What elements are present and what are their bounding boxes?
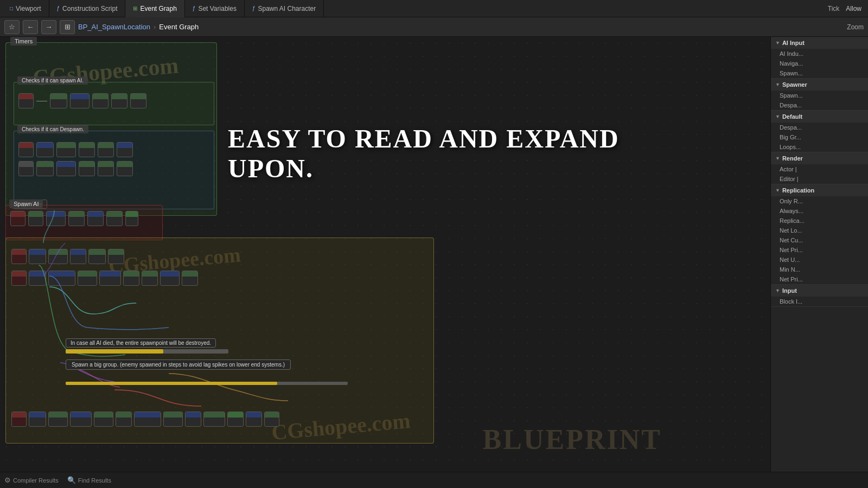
panel-item-big-gr[interactable]: Big Gr... xyxy=(771,132,868,142)
forward-button[interactable]: → xyxy=(41,20,56,34)
replication-arrow: ▼ xyxy=(775,188,780,193)
breadcrumb-separator: › xyxy=(154,23,156,31)
blueprint-watermark: Blueprint xyxy=(483,423,662,455)
zoom-label: Zoom xyxy=(847,23,864,31)
forward-icon: → xyxy=(46,23,53,31)
tab-bar: □ Viewport ƒ Construction Script ⊞ Event… xyxy=(0,0,868,17)
case-comment: In case all AI died, the entire spawnpoi… xyxy=(66,338,216,348)
tick-label: Tick xyxy=(828,5,840,12)
comment-box-spawn-ai: Spawn AI xyxy=(5,205,163,240)
panel-section-input-header[interactable]: ▼ Input xyxy=(771,285,868,297)
panel-section-replication-header[interactable]: ▼ Replication xyxy=(771,184,868,196)
panel-item-net-cu[interactable]: Net Cu... xyxy=(771,235,868,245)
panel-item-naviga[interactable]: Naviga... xyxy=(771,59,868,68)
panel-section-ai-input-header[interactable]: ▼ AI Input xyxy=(771,37,868,49)
panel-item-loops[interactable]: Loops... xyxy=(771,142,868,152)
star-button[interactable]: ☆ xyxy=(4,20,20,34)
panel-item-actor[interactable]: Actor | xyxy=(771,164,868,174)
back-icon: ← xyxy=(27,23,34,31)
panel-section-default: ▼ Default Despa... Big Gr... Loops... xyxy=(771,111,868,152)
toolbar: ☆ ← → ⊞ BP_AI_SpawnLocation › Event Grap… xyxy=(0,17,868,37)
panel-item-spawn[interactable]: Spawn... xyxy=(771,91,868,100)
tab-construction[interactable]: ƒ Construction Script xyxy=(49,0,126,17)
comment-box-large: In case all AI died, the entire spawnpoi… xyxy=(5,237,434,444)
panel-item-spawn-ai-input[interactable]: Spawn... xyxy=(771,68,868,78)
tab-event-graph[interactable]: ⊞ Event Graph xyxy=(125,0,184,17)
tab-viewport[interactable]: □ Viewport xyxy=(2,0,49,17)
panel-section-ai-input: ▼ AI Input AI Indu... Naviga... Spawn... xyxy=(771,37,868,79)
grid-icon: ⊞ xyxy=(65,23,71,31)
panel-section-spawn: ▼ Spawner Spawn... Despa... xyxy=(771,79,868,111)
panel-item-net-u[interactable]: Net U... xyxy=(771,255,868,265)
status-bar: ⚙ Compiler Results 🔍 Find Results xyxy=(0,472,868,488)
breadcrumb-current: Event Graph xyxy=(159,23,199,31)
panel-section-default-header[interactable]: ▼ Default xyxy=(771,111,868,123)
comment-box-timers: Timers Checks if it can spawn AI. Checks… xyxy=(5,42,217,216)
find-icon: 🔍 xyxy=(67,476,76,484)
spawn-ai-icon: ƒ xyxy=(252,5,256,11)
tab-spawn-ai[interactable]: ƒ Spawn AI Character xyxy=(245,0,324,17)
main-overlay-text: Easy to Read and Expand Upon. xyxy=(228,124,662,183)
back-button[interactable]: ← xyxy=(23,20,38,34)
allow-label[interactable]: Allow xyxy=(846,5,861,12)
comment-checks-despawn: Checks if it can Despawn. xyxy=(14,131,214,209)
input-arrow: ▼ xyxy=(775,288,780,293)
checks-spawn-label: Checks if it can spawn AI. xyxy=(17,76,88,85)
ai-input-arrow: ▼ xyxy=(775,40,780,46)
comment-checks-spawn: Checks if it can spawn AI. xyxy=(14,82,214,125)
spawn-arrow: ▼ xyxy=(775,82,780,87)
tab-set-variables[interactable]: ƒ Set Variables xyxy=(185,0,245,17)
panel-section-render: ▼ Render Actor | Editor | xyxy=(771,152,868,184)
panel-section-replication: ▼ Replication Only R... Always... Replic… xyxy=(771,184,868,285)
breadcrumb: BP_AI_SpawnLocation › Event Graph xyxy=(78,23,199,31)
viewport-icon: □ xyxy=(10,5,13,11)
construction-icon: ƒ xyxy=(57,5,60,11)
set-variables-icon: ƒ xyxy=(193,5,196,11)
panel-item-net-pri[interactable]: Net Pri... xyxy=(771,245,868,255)
main-area: CGshopee.com CGshopee.com CGshopee.com B… xyxy=(0,37,868,472)
panel-section-spawn-header[interactable]: ▼ Spawner xyxy=(771,79,868,91)
render-arrow: ▼ xyxy=(775,156,780,161)
default-arrow: ▼ xyxy=(775,114,780,119)
panel-item-ai-indu[interactable]: AI Indu... xyxy=(771,49,868,59)
right-panel: ▼ AI Input AI Indu... Naviga... Spawn...… xyxy=(770,37,868,472)
spawn-big-comment: Spawn a big group. (enemy spawned in ste… xyxy=(66,359,291,370)
star-icon: ☆ xyxy=(9,23,15,31)
grid-button[interactable]: ⊞ xyxy=(60,20,75,34)
panel-item-replica[interactable]: Replica... xyxy=(771,216,868,226)
panel-item-net-lo[interactable]: Net Lo... xyxy=(771,226,868,235)
event-graph-icon: ⊞ xyxy=(133,5,137,11)
find-results-btn[interactable]: 🔍 Find Results xyxy=(67,476,111,484)
compiler-results-btn[interactable]: ⚙ Compiler Results xyxy=(4,476,59,484)
panel-section-render-header[interactable]: ▼ Render xyxy=(771,152,868,164)
panel-item-net-pri2[interactable]: Net Pri... xyxy=(771,274,868,284)
timers-label: Timers xyxy=(10,37,37,46)
panel-item-despa[interactable]: Despa... xyxy=(771,100,868,110)
compiler-icon: ⚙ xyxy=(4,476,11,484)
spawn-ai-label: Spawn AI xyxy=(9,200,43,208)
panel-item-only-r[interactable]: Only R... xyxy=(771,196,868,206)
panel-section-input: ▼ Input Block I... xyxy=(771,285,868,307)
panel-item-block-i[interactable]: Block I... xyxy=(771,297,868,306)
panel-item-min-n[interactable]: Min N... xyxy=(771,265,868,274)
breadcrumb-root[interactable]: BP_AI_SpawnLocation xyxy=(78,23,150,31)
panel-item-editor[interactable]: Editor | xyxy=(771,174,868,184)
blueprint-canvas[interactable]: CGshopee.com CGshopee.com CGshopee.com B… xyxy=(0,37,770,472)
panel-item-despa-default[interactable]: Despa... xyxy=(771,123,868,132)
panel-item-always[interactable]: Always... xyxy=(771,206,868,216)
checks-despawn-label: Checks if it can Despawn. xyxy=(17,125,88,133)
